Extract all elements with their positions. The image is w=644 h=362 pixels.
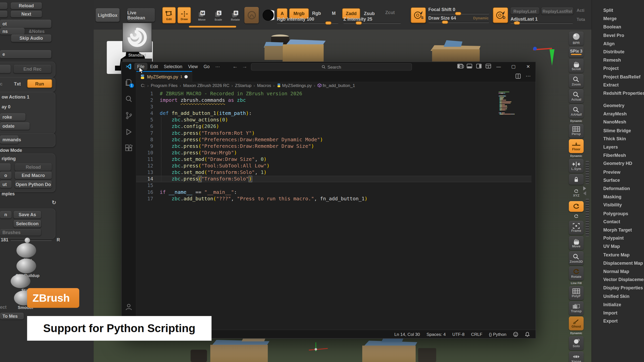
left-panel-next[interactable]: Next — [11, 11, 42, 17]
zsub-button[interactable]: Zsub — [364, 11, 375, 16]
status-item-{}[interactable]: {} Python — [489, 332, 506, 337]
shelf-ghost-button[interactable]: Ghost — [569, 316, 584, 331]
gizmo[interactable] — [309, 342, 334, 356]
focal-shift-tool-button[interactable]: S — [411, 7, 426, 23]
left-panel-stub-button[interactable] — [0, 3, 7, 9]
menu-item-visibility[interactable]: Visibility — [603, 201, 622, 209]
left-panel-save-as[interactable]: Save As — [14, 211, 41, 218]
menu-view[interactable]: View — [185, 63, 200, 70]
menu-item-texture-map[interactable]: Texture Map — [603, 251, 629, 259]
code-editor[interactable]: 1# ZBRUSH MACRO - Recorded in ZBrush ver… — [136, 89, 536, 330]
focal-shift-slider[interactable] — [428, 13, 489, 14]
code-line[interactable]: 15 — [136, 182, 531, 189]
breadcrumb-item[interactable]: MyZSettings.py — [277, 83, 312, 88]
shelf-actual-button[interactable]: Actual — [569, 89, 584, 103]
left-size-knob[interactable] — [25, 238, 30, 243]
left-panel-selecticon[interactable]: SelectIcon — [14, 220, 41, 227]
left-panel-ns[interactable]: ns — [0, 28, 25, 34]
close-button[interactable]: ✕ — [521, 62, 536, 71]
editor-more-actions-icon[interactable]: ⋯ — [526, 73, 531, 79]
menu-item-initialize[interactable]: Initialize — [603, 300, 621, 309]
code-line[interactable]: 12 zbc.press("Tool:SubTool:All Low") — [136, 163, 531, 169]
menu-item-nanomesh[interactable]: NanoMesh — [603, 118, 626, 126]
code-line[interactable]: 3 — [136, 103, 531, 110]
shelf-zoom3d-button[interactable]: Zoom3D — [569, 251, 584, 265]
menu-item-vector-displacement[interactable]: Vector Displacement — [603, 276, 644, 284]
left-panel-ut[interactable]: ut — [0, 180, 12, 188]
menu-item-slime-bridge[interactable]: Slime Bridge — [603, 126, 631, 134]
adjust-last-slider[interactable] — [510, 23, 573, 24]
shelf-bpr-button[interactable]: BPR — [569, 32, 584, 46]
left-size-slider[interactable] — [11, 240, 52, 241]
code-line[interactable]: 11 zbc.set_mod("Draw:Draw Size", 0) — [136, 156, 531, 162]
code-line[interactable]: 4def fn_add_button_1(item_path): — [136, 110, 531, 117]
left-panel-ot[interactable]: ot — [0, 20, 51, 28]
menu-item-unified-skin[interactable]: Unified Skin — [603, 292, 629, 300]
left-panel-e[interactable]: e — [0, 50, 51, 58]
shelf-polyf-button[interactable]: PolyF — [569, 286, 584, 300]
menu-item-project[interactable]: Project — [603, 64, 619, 72]
code-line[interactable]: 17 zbc.add_button("???", "Press to run t… — [136, 195, 531, 202]
account-icon[interactable] — [125, 302, 133, 311]
menu-item-polygroups[interactable]: Polygroups — [603, 209, 628, 217]
breadcrumb-item[interactable]: C: — [141, 83, 145, 88]
unsaved-dot-icon[interactable] — [184, 75, 188, 78]
feedback-smiley-icon[interactable] — [513, 331, 518, 337]
code-line[interactable]: 16if __name__ == "__main__": — [136, 189, 531, 195]
stroke-picker-button[interactable] — [244, 7, 259, 23]
left-panel-roke[interactable]: roke — [0, 113, 25, 121]
left-panel-o[interactable]: o — [0, 171, 12, 179]
rgb-intensity-slider[interactable] — [277, 23, 338, 24]
menu-item-remesh[interactable]: Remesh — [603, 56, 621, 64]
code-line[interactable]: 5 zbc.show_actions(0) — [136, 117, 531, 123]
draw-size-knob[interactable] — [442, 21, 448, 24]
shelf-move-button[interactable]: Move — [569, 236, 584, 250]
z-intensity-slider[interactable] — [343, 23, 401, 24]
back-arrow-icon[interactable]: ← — [232, 63, 238, 69]
status-item-utf-8[interactable]: UTF-8 — [452, 332, 465, 337]
shelf-frame-button[interactable]: Frame — [569, 221, 584, 235]
brush-stan-thumb[interactable] — [11, 274, 30, 288]
menu-item-normal-map[interactable]: Normal Map — [603, 267, 629, 276]
menu-go[interactable]: Go — [201, 63, 213, 70]
rgb-button[interactable]: Rgb — [312, 11, 321, 16]
split-editor-icon[interactable] — [515, 73, 521, 79]
run-debug-icon[interactable] — [125, 128, 133, 136]
shelf-xpose-button[interactable]: Xpose — [569, 351, 584, 362]
shelf-aahalf-button[interactable]: AAHalf — [569, 104, 584, 118]
breadcrumb[interactable]: C:›Program Files›Maxon ZBrush 2026 RC›ZS… — [136, 82, 536, 89]
customize-layout-icon[interactable] — [486, 64, 491, 69]
code-line[interactable]: 10 zbc.press("Draw:Mrgb") — [136, 149, 531, 156]
replay-last-button[interactable]: ReplayLast — [510, 7, 539, 14]
menu-item-import[interactable]: Import — [603, 309, 617, 317]
code-line[interactable]: 14 zbc.press("Transform:Solo") — [136, 176, 531, 182]
menu-item-extract[interactable]: Extract — [603, 81, 619, 89]
left-panel-reload[interactable]: Reload — [15, 163, 52, 171]
forward-arrow-icon[interactable]: → — [242, 63, 247, 69]
menu-item-masking[interactable]: Masking — [603, 193, 621, 201]
status-item-ln[interactable]: Ln 14, Col 30 — [394, 332, 420, 337]
live-boolean-button[interactable]: Live Boolean — [127, 8, 155, 22]
rotate-tool-button[interactable]: R Rotate — [228, 7, 243, 23]
replay-last-rel-button[interactable]: ReplayLastRel — [541, 7, 573, 14]
menu-item-boolean[interactable]: Boolean — [603, 23, 621, 31]
toggle-panel-icon[interactable] — [467, 64, 472, 69]
left-panel-reload[interactable]: Reload — [11, 3, 42, 9]
notifications-bell-icon[interactable] — [525, 331, 530, 337]
code-line[interactable]: 9 zbc.press("Preferences:Draw:Remember D… — [136, 143, 531, 149]
menu-item-display-properties[interactable]: Display Properties — [603, 284, 643, 292]
adjust-last-knob[interactable] — [514, 21, 520, 25]
shelf-persp-button[interactable]: Persp — [569, 124, 584, 138]
left-panel-stub-button[interactable] — [0, 11, 7, 17]
shelf-rotsm-button[interactable] — [569, 213, 584, 219]
left-panel-n[interactable]: n — [0, 211, 12, 218]
menu-item-uv-map[interactable]: UV Map — [603, 242, 620, 251]
toggle-secondary-sidebar-icon[interactable] — [476, 64, 482, 69]
breadcrumb-item[interactable]: fn_add_button_1 — [317, 83, 355, 88]
code-line[interactable]: 1# ZBRUSH MACRO - Recorded in ZBrush ver… — [136, 90, 531, 97]
code-line[interactable]: 6 zbc.config(2026) — [136, 123, 531, 130]
brush-standard-thumb[interactable] — [123, 23, 152, 52]
lightbox-button[interactable]: LightBox — [96, 8, 119, 22]
replay-tool-button[interactable]: D — [493, 7, 508, 23]
left-panel-odate[interactable]: odate — [0, 122, 30, 130]
